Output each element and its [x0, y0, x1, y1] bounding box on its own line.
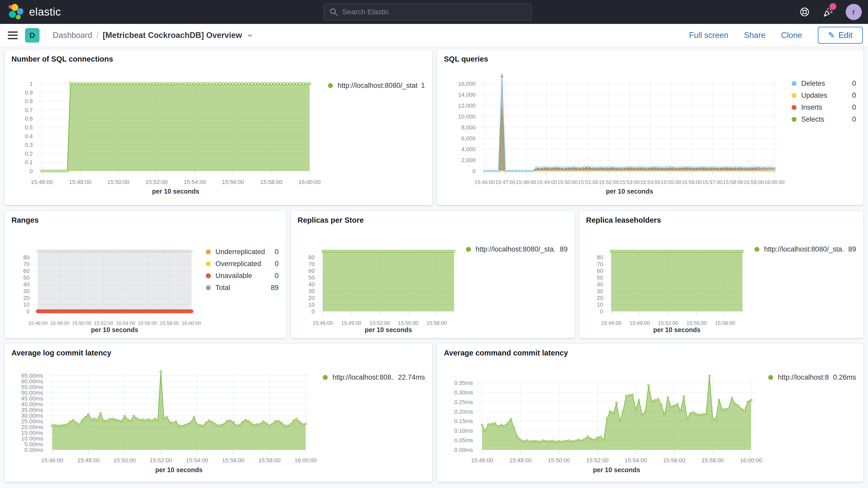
x-tick-label: 15:48:00 — [69, 179, 91, 185]
x-axis-title: per 10 seconds — [152, 188, 199, 195]
panel-sql-queries: SQL queries 16,00014,00012,00010,0008,00… — [437, 49, 864, 205]
clone-link[interactable]: Clone — [781, 31, 802, 40]
legend-label: http://localhost:8080/_stat... — [338, 82, 417, 90]
elastic-logo[interactable]: elastic — [0, 3, 109, 21]
x-tick-label: 15:58:00 — [715, 320, 735, 326]
x-tick-label: 15:50:00 — [557, 179, 578, 185]
panel-ranges: Ranges 8070605040302010015:46:0015:48:00… — [4, 211, 286, 338]
y-tick-label: 70 — [597, 261, 603, 267]
y-tick-label: 0 — [600, 308, 603, 315]
y-tick-label: 0.1 — [25, 159, 33, 165]
legend-dot-icon — [206, 249, 211, 254]
elastic-logo-icon — [7, 3, 24, 21]
menu-button[interactable] — [8, 31, 18, 39]
y-tick-label: 40 — [308, 281, 315, 288]
legend-item[interactable]: Underreplicated0 — [206, 246, 279, 258]
x-axis-title: per 10 seconds — [155, 466, 203, 474]
legend-item[interactable]: Inserts0 — [792, 101, 856, 113]
x-axis-title: per 10 seconds — [91, 326, 138, 333]
legend-dot-icon — [792, 93, 797, 98]
panel-command-commit-latency: Average command commit latency 0.35ms0.3… — [437, 343, 864, 482]
x-tick-label: 15:48:00 — [516, 179, 536, 185]
legend-value: 89 — [267, 284, 279, 292]
y-tick-label: 0 — [27, 308, 30, 315]
y-tick-label: 80 — [308, 254, 315, 261]
y-tick-label: 70 — [308, 261, 315, 267]
x-tick-label: 15:56:00 — [663, 457, 685, 464]
search-input[interactable]: Search Elastic — [324, 4, 532, 20]
y-tick-label: 12,000 — [458, 102, 475, 109]
series-area-http://localhost:8080/_stat... — [42, 84, 310, 171]
legend-value: 22.74ms — [394, 373, 425, 382]
edit-button[interactable]: ✎ Edit — [818, 27, 863, 44]
command-commit-latency-chart[interactable]: 0.35ms0.30ms0.25ms0.20ms0.15ms0.10ms0.05… — [439, 358, 762, 473]
legend-item[interactable]: http://localhost:8080...0.26ms — [768, 371, 856, 383]
x-tick-label: 16:00:00 — [294, 457, 317, 464]
legend-item[interactable]: Updates0 — [792, 89, 856, 101]
legend-value: 0.26ms — [829, 373, 856, 382]
panel-replica-leaseholders: Replica leaseholders 8070605040302010015… — [579, 211, 864, 338]
replica-leaseholders-chart[interactable]: 8070605040302010015:46:0015:49:0015:52:0… — [581, 225, 748, 333]
log-commit-latency-chart[interactable]: 65.00ms60.00ms55.00ms50.00ms45.00ms40.00… — [7, 358, 316, 473]
x-tick-label: 15:52:00 — [599, 179, 619, 185]
user-avatar[interactable]: r — [846, 4, 862, 20]
y-tick-label: 0.30ms — [454, 389, 473, 396]
chart-legend: Deletes0Updates0Inserts0Selects0 — [785, 64, 863, 194]
newsfeed-button[interactable] — [822, 6, 834, 18]
legend-item[interactable]: http://localhost:8080/_sta...89 — [466, 243, 567, 255]
chevron-down-icon[interactable] — [246, 31, 254, 39]
legend-item[interactable]: Unavailable0 — [206, 270, 279, 282]
legend-item[interactable]: Overreplicated0 — [206, 258, 279, 270]
x-tick-label: 15:54:00 — [640, 179, 660, 185]
legend-item[interactable]: Selects0 — [792, 113, 856, 125]
y-tick-label: 0.9 — [25, 89, 33, 96]
y-tick-label: 0 — [312, 308, 315, 315]
help-button[interactable] — [799, 6, 810, 18]
x-tick-label: 15:58:00 — [260, 179, 282, 185]
legend-dot-icon — [792, 117, 797, 122]
legend-label: Unavailable — [215, 272, 252, 280]
ranges-chart[interactable]: 8070605040302010015:46:0015:48:0015:50:0… — [7, 225, 199, 333]
breadcrumb-dashboard[interactable]: Dashboard — [53, 31, 92, 40]
y-tick-label: 20 — [23, 295, 30, 301]
legend-value: 0 — [848, 103, 856, 112]
dashboard-app-icon[interactable]: D — [25, 28, 39, 42]
y-tick-label: 0.20ms — [454, 408, 473, 415]
page-title: [Metricbeat CockroachDB] Overview — [103, 31, 242, 40]
sql-connections-chart[interactable]: 10.90.80.70.60.50.40.30.20.1015:46:0015:… — [7, 64, 321, 194]
share-link[interactable]: Share — [744, 31, 766, 40]
x-tick-label: 15:56:00 — [681, 179, 702, 185]
full-screen-link[interactable]: Full screen — [689, 31, 728, 40]
series-markers-Selects — [484, 107, 758, 172]
x-tick-label: 15:49:00 — [341, 320, 362, 326]
legend-item[interactable]: http://localhost:808...22.74ms — [323, 371, 425, 383]
x-tick-label: 15:54:00 — [116, 321, 135, 326]
y-tick-label: 0.00ms — [454, 447, 473, 453]
x-tick-label: 15:48:00 — [509, 457, 532, 464]
y-tick-label: 6,000 — [461, 135, 475, 142]
sql-queries-chart[interactable]: 16,00014,00012,00010,0008,0006,0004,0002… — [439, 64, 785, 194]
avatar-initial: r — [852, 7, 855, 17]
legend-item[interactable]: Deletes0 — [792, 78, 856, 89]
x-tick-label: 15:56:00 — [222, 457, 245, 464]
y-tick-label: 0.6 — [25, 115, 33, 122]
legend-item[interactable]: http://localhost:8080/_sta...89 — [754, 243, 856, 255]
series-area-http://localhost:808... — [52, 372, 306, 450]
y-tick-label: 0.25ms — [454, 399, 473, 405]
legend-dot-icon — [328, 83, 333, 88]
x-tick-label: 15:46:00 — [28, 321, 48, 326]
breadcrumb: Dashboard / [Metricbeat CockroachDB] Ove… — [53, 31, 254, 40]
x-tick-label: 15:52:00 — [150, 457, 172, 464]
chart-legend: Underreplicated0Overreplicated0Unavailab… — [199, 225, 286, 333]
y-tick-label: 8,000 — [461, 124, 475, 131]
panel-sql-connections: Number of SQL connections 10.90.80.70.60… — [4, 49, 432, 205]
x-tick-label: 15:48:00 — [77, 457, 99, 464]
replicas-per-store-chart[interactable]: 8070605040302010015:46:0015:49:0015:52:0… — [293, 225, 459, 333]
legend-item[interactable]: Total89 — [206, 282, 279, 294]
legend-dot-icon — [323, 375, 328, 380]
x-tick-label: 15:52:00 — [586, 457, 609, 464]
legend-value: 0 — [271, 260, 279, 268]
legend-dot-icon — [206, 273, 211, 278]
x-tick-label: 15:51:00 — [578, 179, 598, 185]
legend-item[interactable]: http://localhost:8080/_stat...1 — [328, 80, 425, 91]
